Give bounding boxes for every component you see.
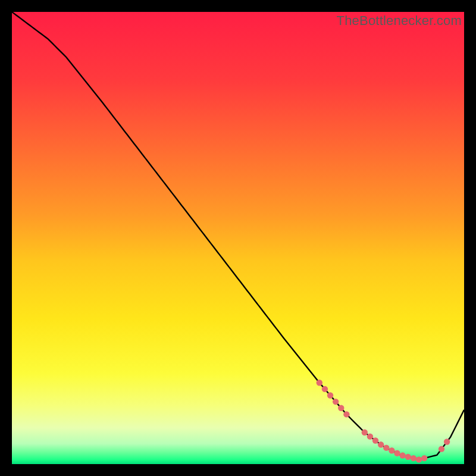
marker-dot (327, 392, 333, 398)
gradient-background (12, 12, 464, 464)
chart-frame: TheBottlenecker.com (12, 12, 464, 464)
watermark-text: TheBottlenecker.com (337, 13, 462, 29)
marker-dot (343, 411, 349, 417)
marker-dot (333, 399, 339, 405)
marker-dot (372, 437, 378, 443)
marker-dot (367, 433, 373, 439)
marker-dot (421, 455, 427, 461)
marker-dot (439, 446, 444, 452)
marker-dot (399, 452, 405, 458)
marker-dot (362, 430, 368, 436)
marker-dot (378, 441, 384, 447)
chart-svg (12, 12, 464, 464)
marker-dot (405, 454, 411, 460)
marker-dot (383, 444, 389, 450)
marker-dot (322, 386, 328, 392)
marker-dot (416, 456, 422, 462)
marker-dot (317, 380, 322, 386)
marker-dot (411, 455, 416, 461)
marker-dot (338, 405, 344, 411)
marker-dot (389, 447, 394, 453)
marker-dot (394, 450, 400, 456)
marker-dot (444, 439, 450, 444)
